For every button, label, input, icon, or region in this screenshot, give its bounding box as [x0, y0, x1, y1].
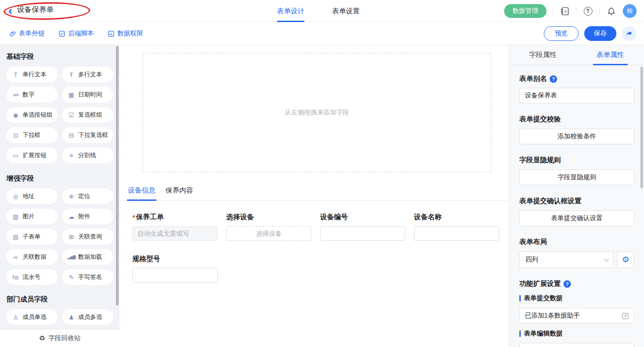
tab-device-info[interactable]: 设备信息: [127, 186, 156, 200]
field-item-single-line-text[interactable]: T单行文本: [6, 67, 58, 82]
submit-confirm-button[interactable]: 表单提交确认设置: [519, 210, 634, 226]
field-item-dropdown[interactable]: ⊡下拉框: [6, 127, 58, 143]
pen-icon: ✎: [68, 274, 75, 281]
sidebar-scrollbar[interactable]: [116, 46, 119, 306]
field-item-divider-line[interactable]: ≡分割线: [62, 148, 113, 163]
field-library-sidebar: 基础字段 T单行文本 Ŧ多行文本 123数字 ▦日期时间 ◉单选按钮组 ☑复选框…: [0, 45, 120, 347]
share-button[interactable]: [622, 26, 637, 41]
visibility-rules-button[interactable]: 字段显隐规则: [519, 170, 634, 185]
checkbox-icon: ☑: [68, 112, 75, 119]
field-item-related-query[interactable]: ⊞关联查询: [62, 229, 113, 245]
form-alias-input[interactable]: [519, 88, 634, 103]
calendar-icon: ▦: [68, 91, 75, 98]
related-data-icon: ∞: [12, 254, 19, 261]
extension-settings-heading: 功能扩展设置 ?: [519, 279, 634, 288]
field-item-number[interactable]: 123数字: [6, 87, 58, 102]
form-toolbar: 表单外链 后端脚本 数据权限 预览 保存: [0, 22, 644, 45]
field-dropzone[interactable]: 从左侧拖拽来添加字段: [143, 53, 491, 172]
external-link-action[interactable]: 表单外链: [9, 29, 45, 38]
crosshair-icon: ⊕: [68, 193, 75, 200]
add-operation-button[interactable]: 添加操作: [519, 343, 634, 347]
field-item-address[interactable]: ◎地址: [6, 188, 58, 204]
field-spec-model[interactable]: 规格型号: [132, 255, 218, 283]
help-icon[interactable]: ?: [550, 75, 557, 83]
field-item-related-data[interactable]: ∞关联数据: [6, 249, 58, 265]
section-title-enhanced-fields: 增强字段: [6, 174, 113, 183]
edit-icon[interactable]: [622, 313, 629, 319]
data-manage-button[interactable]: 数据管理: [504, 4, 546, 18]
submit-data-subheading: 表单提交数据: [519, 294, 634, 302]
field-item-datetime[interactable]: ▦日期时间: [62, 87, 113, 102]
dropzone-placeholder: 从左侧拖拽来添加字段: [285, 108, 349, 117]
field-item-serial-number[interactable]: №流水号: [6, 269, 58, 285]
field-item-subform[interactable]: ▤子表单: [6, 229, 58, 245]
help-icon[interactable]: ?: [564, 280, 571, 288]
layout-select[interactable]: 四列: [519, 251, 614, 268]
address-book-icon[interactable]: A: [559, 6, 570, 17]
spec-model-input[interactable]: [132, 268, 218, 283]
field-item-multi-line-text[interactable]: Ŧ多行文本: [62, 67, 113, 82]
save-button[interactable]: 保存: [584, 26, 616, 41]
extend-button-icon: ▭: [12, 152, 19, 159]
field-item-data-loading[interactable]: ▂▅▇数据加载: [62, 249, 113, 265]
submit-validation-heading: 表单提交校验: [519, 115, 634, 124]
chevron-down-icon: [604, 256, 609, 262]
form-design-canvas: 从左侧拖拽来添加字段 设备信息 保养内容 *保养工单 选择设备 设备编号 设备名…: [120, 45, 509, 347]
field-item-image[interactable]: ▧图片: [6, 209, 58, 224]
field-item-member-multi[interactable]: ♟成员多选: [62, 309, 113, 325]
visibility-rules-heading: 字段显隐规则: [519, 156, 634, 165]
tab-maintenance-content[interactable]: 保养内容: [165, 186, 194, 200]
recycle-icon: ♻: [39, 334, 45, 342]
properties-panel: 字段属性 表单属性 表单别名 ? 表单提交校验 添加校验条件 字段显隐规则 字段…: [509, 45, 644, 347]
device-code-input[interactable]: [320, 226, 405, 241]
people-icon: ♟: [68, 314, 75, 321]
field-item-geolocation[interactable]: ⊕定位: [62, 188, 113, 204]
device-name-input[interactable]: [414, 226, 499, 241]
divider-line-icon: ≡: [68, 152, 75, 159]
tab-form-settings[interactable]: 表单设置: [332, 0, 360, 22]
cloud-upload-icon: ☁: [68, 213, 75, 220]
maintenance-order-input[interactable]: [132, 226, 218, 241]
help-icon[interactable]: ?: [582, 6, 593, 17]
layout-settings-button[interactable]: ⚙: [617, 251, 634, 268]
divider: [599, 7, 600, 15]
field-item-member-single[interactable]: ♙成员单选: [6, 309, 58, 325]
field-recycle-bin[interactable]: ♻ 字段回收站: [0, 330, 120, 347]
field-item-multi-dropdown[interactable]: ⊟下拉复选框: [62, 127, 113, 143]
image-icon: ▧: [12, 213, 19, 220]
divider: [576, 7, 576, 15]
user-avatar[interactable]: 检: [623, 4, 637, 18]
back-icon[interactable]: ‹: [8, 5, 12, 17]
panel-scrollbar[interactable]: [640, 67, 643, 188]
preview-button[interactable]: 预览: [544, 26, 579, 41]
radio-icon: ◉: [12, 112, 19, 119]
subform-icon: ▤: [12, 233, 19, 240]
backend-script-action[interactable]: 后端脚本: [58, 29, 94, 38]
person-icon: ♙: [12, 314, 19, 321]
field-item-extend-button[interactable]: ▭扩展按钮: [6, 148, 58, 163]
bar-chart-icon: ▂▅▇: [68, 255, 75, 259]
field-item-checkbox-group[interactable]: ☑复选框组: [62, 107, 113, 123]
data-permission-action[interactable]: 数据权限: [108, 29, 143, 38]
tab-field-properties[interactable]: 字段属性: [509, 45, 577, 65]
field-select-device[interactable]: 选择设备: [226, 213, 311, 241]
script-icon: [58, 30, 65, 37]
svg-text:A: A: [564, 9, 567, 14]
required-asterisk: *: [132, 213, 135, 221]
link-icon: [9, 30, 16, 37]
divider: [552, 7, 553, 15]
field-maintenance-order[interactable]: *保养工单: [132, 213, 218, 241]
field-item-radio-group[interactable]: ◉单选按钮组: [6, 107, 58, 123]
select-device-input[interactable]: [226, 226, 311, 241]
notification-bell-icon[interactable]: [606, 6, 617, 17]
tab-form-design[interactable]: 表单设计: [277, 0, 305, 22]
form-title[interactable]: 设备保养单: [17, 5, 54, 17]
tab-form-properties[interactable]: 表单属性: [577, 45, 644, 65]
add-validation-button[interactable]: 添加校验条件: [519, 129, 634, 144]
data-assistant-box[interactable]: 已添加1条数据助手: [519, 308, 634, 324]
submit-confirm-heading: 表单提交确认框设置: [519, 197, 634, 205]
field-item-attachment[interactable]: ☁附件: [62, 209, 113, 224]
field-device-name[interactable]: 设备名称: [414, 213, 499, 241]
field-device-code[interactable]: 设备编号: [320, 213, 405, 241]
field-item-signature[interactable]: ✎手写签名: [62, 269, 113, 285]
